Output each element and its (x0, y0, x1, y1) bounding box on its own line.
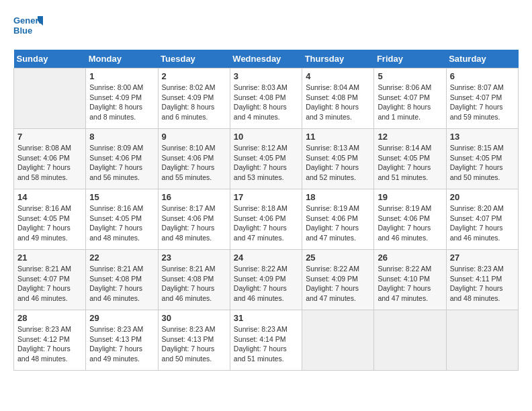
calendar-cell (302, 310, 374, 371)
calendar-cell: 23Sunrise: 8:21 AMSunset: 4:08 PMDayligh… (158, 250, 230, 310)
calendar-table: SundayMondayTuesdayWednesdayThursdayFrid… (13, 50, 519, 371)
cell-info: Sunrise: 8:09 AMSunset: 4:06 PMDaylight:… (89, 143, 154, 183)
cell-info: Sunrise: 8:02 AMSunset: 4:09 PMDaylight:… (162, 83, 226, 122)
calendar-cell (374, 310, 446, 371)
cell-info: Sunrise: 8:18 AMSunset: 4:06 PMDaylight:… (234, 203, 298, 243)
svg-text:Blue: Blue (13, 26, 32, 36)
dow-header-monday: Monday (86, 50, 158, 68)
day-number: 24 (234, 253, 298, 263)
calendar-cell: 2Sunrise: 8:02 AMSunset: 4:09 PMDaylight… (158, 68, 230, 129)
calendar-cell: 8Sunrise: 8:09 AMSunset: 4:06 PMDaylight… (86, 129, 158, 189)
day-number: 16 (162, 192, 226, 202)
calendar-cell: 31Sunrise: 8:23 AMSunset: 4:14 PMDayligh… (230, 310, 302, 371)
week-row-5: 28Sunrise: 8:23 AMSunset: 4:12 PMDayligh… (14, 310, 519, 371)
cell-info: Sunrise: 8:14 AMSunset: 4:05 PMDaylight:… (378, 143, 442, 183)
calendar-cell: 3Sunrise: 8:03 AMSunset: 4:08 PMDaylight… (230, 68, 302, 129)
week-row-1: 1Sunrise: 8:00 AMSunset: 4:09 PMDaylight… (14, 68, 519, 129)
cell-info: Sunrise: 8:19 AMSunset: 4:06 PMDaylight:… (306, 203, 370, 243)
calendar-cell: 5Sunrise: 8:06 AMSunset: 4:07 PMDaylight… (374, 68, 446, 129)
cell-info: Sunrise: 8:03 AMSunset: 4:08 PMDaylight:… (234, 83, 298, 122)
cell-info: Sunrise: 8:13 AMSunset: 4:05 PMDaylight:… (306, 143, 370, 183)
calendar-cell: 22Sunrise: 8:21 AMSunset: 4:08 PMDayligh… (86, 250, 158, 310)
day-number: 14 (17, 192, 82, 202)
cell-info: Sunrise: 8:20 AMSunset: 4:07 PMDaylight:… (450, 203, 515, 243)
calendar-cell: 6Sunrise: 8:07 AMSunset: 4:07 PMDaylight… (446, 68, 518, 129)
page-header: General Blue (13, 13, 519, 43)
cell-info: Sunrise: 8:23 AMSunset: 4:13 PMDaylight:… (162, 324, 226, 364)
day-number: 10 (234, 132, 298, 142)
cell-info: Sunrise: 8:07 AMSunset: 4:07 PMDaylight:… (450, 83, 515, 122)
week-row-2: 7Sunrise: 8:08 AMSunset: 4:06 PMDaylight… (14, 129, 519, 189)
cell-info: Sunrise: 8:08 AMSunset: 4:06 PMDaylight:… (17, 143, 82, 183)
calendar-cell: 30Sunrise: 8:23 AMSunset: 4:13 PMDayligh… (158, 310, 230, 371)
dow-header-wednesday: Wednesday (230, 50, 302, 68)
day-number: 3 (234, 71, 298, 81)
cell-info: Sunrise: 8:15 AMSunset: 4:05 PMDaylight:… (450, 143, 515, 183)
calendar-cell: 26Sunrise: 8:22 AMSunset: 4:10 PMDayligh… (374, 250, 446, 310)
calendar-cell: 10Sunrise: 8:12 AMSunset: 4:05 PMDayligh… (230, 129, 302, 189)
day-number: 30 (162, 313, 226, 323)
calendar-cell: 16Sunrise: 8:17 AMSunset: 4:06 PMDayligh… (158, 189, 230, 250)
calendar-cell: 21Sunrise: 8:21 AMSunset: 4:07 PMDayligh… (14, 250, 86, 310)
calendar-cell: 17Sunrise: 8:18 AMSunset: 4:06 PMDayligh… (230, 189, 302, 250)
calendar-cell (446, 310, 518, 371)
day-number: 28 (17, 313, 82, 323)
logo: General Blue (13, 13, 43, 43)
cell-info: Sunrise: 8:04 AMSunset: 4:08 PMDaylight:… (306, 83, 370, 122)
cell-info: Sunrise: 8:17 AMSunset: 4:06 PMDaylight:… (162, 203, 226, 243)
dow-header-friday: Friday (374, 50, 446, 68)
day-number: 15 (89, 192, 154, 202)
day-number: 25 (306, 253, 370, 263)
calendar-body: 1Sunrise: 8:00 AMSunset: 4:09 PMDaylight… (14, 68, 519, 371)
calendar-cell: 20Sunrise: 8:20 AMSunset: 4:07 PMDayligh… (446, 189, 518, 250)
day-number: 27 (450, 253, 515, 263)
day-number: 21 (17, 253, 82, 263)
calendar-cell: 19Sunrise: 8:19 AMSunset: 4:06 PMDayligh… (374, 189, 446, 250)
day-number: 17 (234, 192, 298, 202)
day-number: 9 (162, 132, 226, 142)
cell-info: Sunrise: 8:10 AMSunset: 4:06 PMDaylight:… (162, 143, 226, 183)
day-number: 29 (89, 313, 154, 323)
week-row-4: 21Sunrise: 8:21 AMSunset: 4:07 PMDayligh… (14, 250, 519, 310)
dow-header-tuesday: Tuesday (158, 50, 230, 68)
cell-info: Sunrise: 8:19 AMSunset: 4:06 PMDaylight:… (378, 203, 442, 243)
cell-info: Sunrise: 8:21 AMSunset: 4:08 PMDaylight:… (162, 264, 226, 304)
calendar-cell: 1Sunrise: 8:00 AMSunset: 4:09 PMDaylight… (86, 68, 158, 129)
calendar-cell: 18Sunrise: 8:19 AMSunset: 4:06 PMDayligh… (302, 189, 374, 250)
logo-svg: General Blue (13, 13, 43, 43)
day-number: 23 (162, 253, 226, 263)
day-number: 20 (450, 192, 515, 202)
day-number: 26 (378, 253, 442, 263)
dow-header-thursday: Thursday (302, 50, 374, 68)
cell-info: Sunrise: 8:22 AMSunset: 4:09 PMDaylight:… (234, 264, 298, 304)
calendar-cell: 13Sunrise: 8:15 AMSunset: 4:05 PMDayligh… (446, 129, 518, 189)
days-of-week-row: SundayMondayTuesdayWednesdayThursdayFrid… (14, 50, 519, 68)
cell-info: Sunrise: 8:06 AMSunset: 4:07 PMDaylight:… (378, 83, 442, 122)
calendar-cell: 11Sunrise: 8:13 AMSunset: 4:05 PMDayligh… (302, 129, 374, 189)
day-number: 6 (450, 71, 515, 81)
dow-header-sunday: Sunday (14, 50, 86, 68)
calendar-cell: 4Sunrise: 8:04 AMSunset: 4:08 PMDaylight… (302, 68, 374, 129)
calendar-cell: 15Sunrise: 8:16 AMSunset: 4:05 PMDayligh… (86, 189, 158, 250)
day-number: 1 (89, 71, 154, 81)
calendar-cell: 25Sunrise: 8:22 AMSunset: 4:09 PMDayligh… (302, 250, 374, 310)
day-number: 4 (306, 71, 370, 81)
cell-info: Sunrise: 8:22 AMSunset: 4:10 PMDaylight:… (378, 264, 442, 304)
cell-info: Sunrise: 8:12 AMSunset: 4:05 PMDaylight:… (234, 143, 298, 183)
cell-info: Sunrise: 8:16 AMSunset: 4:05 PMDaylight:… (17, 203, 82, 243)
calendar-cell: 28Sunrise: 8:23 AMSunset: 4:12 PMDayligh… (14, 310, 86, 371)
day-number: 12 (378, 132, 442, 142)
cell-info: Sunrise: 8:23 AMSunset: 4:12 PMDaylight:… (17, 324, 82, 364)
calendar-cell (14, 68, 86, 129)
cell-info: Sunrise: 8:23 AMSunset: 4:11 PMDaylight:… (450, 264, 515, 304)
dow-header-saturday: Saturday (446, 50, 518, 68)
cell-info: Sunrise: 8:21 AMSunset: 4:07 PMDaylight:… (17, 264, 82, 304)
day-number: 31 (234, 313, 298, 323)
day-number: 7 (17, 132, 82, 142)
calendar-cell: 24Sunrise: 8:22 AMSunset: 4:09 PMDayligh… (230, 250, 302, 310)
day-number: 22 (89, 253, 154, 263)
day-number: 19 (378, 192, 442, 202)
calendar-cell: 12Sunrise: 8:14 AMSunset: 4:05 PMDayligh… (374, 129, 446, 189)
day-number: 5 (378, 71, 442, 81)
day-number: 13 (450, 132, 515, 142)
